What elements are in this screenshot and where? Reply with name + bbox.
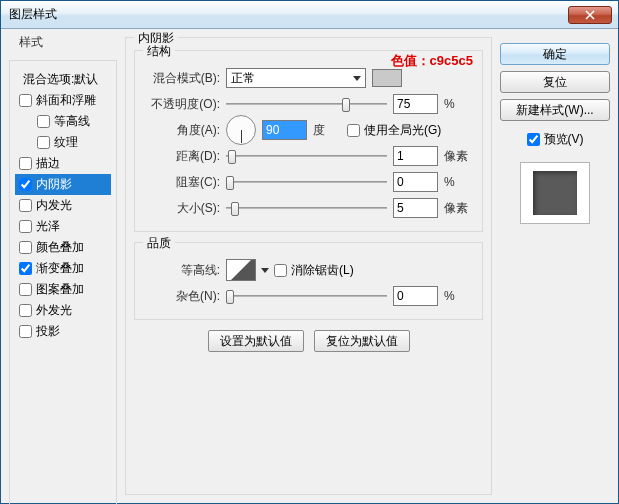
style-checkbox[interactable]	[19, 283, 32, 296]
styles-panel: 混合选项:默认 斜面和浮雕等高线纹理描边内阴影内发光光泽颜色叠加渐变叠加图案叠加…	[9, 60, 117, 504]
styles-heading: 样式	[16, 34, 46, 51]
blend-mode-row: 混合模式(B): 正常	[145, 65, 472, 91]
opacity-label: 不透明度(O):	[145, 96, 220, 113]
contour-row: 等高线: 消除锯齿(L)	[145, 257, 472, 283]
new-style-button[interactable]: 新建样式(W)...	[500, 99, 610, 121]
layer-style-dialog: 图层样式 样式 混合选项:默认 斜面和浮雕等高线纹理描边内阴影内发光光泽颜色叠加…	[0, 0, 619, 504]
make-default-button[interactable]: 设置为默认值	[208, 330, 304, 352]
style-label: 等高线	[54, 113, 90, 130]
style-item-9[interactable]: 图案叠加	[15, 279, 111, 300]
angle-label: 角度(A):	[145, 122, 220, 139]
opacity-input[interactable]	[393, 94, 438, 114]
style-item-5[interactable]: 内发光	[15, 195, 111, 216]
reset-button[interactable]: 复位	[500, 71, 610, 93]
style-checkbox[interactable]	[19, 94, 32, 107]
choke-label: 阻塞(C):	[145, 174, 220, 191]
preview-checkbox[interactable]: 预览(V)	[500, 131, 610, 148]
style-item-2[interactable]: 纹理	[15, 132, 111, 153]
blend-options-label: 混合选项:默认	[19, 71, 98, 88]
blend-mode-value: 正常	[231, 70, 255, 87]
global-light-checkbox[interactable]: 使用全局光(G)	[347, 122, 441, 139]
size-row: 大小(S): 像素	[145, 195, 472, 221]
contour-label: 等高线:	[145, 262, 220, 279]
left-column: 样式 混合选项:默认 斜面和浮雕等高线纹理描边内阴影内发光光泽颜色叠加渐变叠加图…	[9, 37, 117, 495]
noise-row: 杂色(N): %	[145, 283, 472, 309]
distance-slider[interactable]	[226, 147, 387, 165]
size-slider[interactable]	[226, 199, 387, 217]
style-item-8[interactable]: 渐变叠加	[15, 258, 111, 279]
preview-swatch	[533, 171, 577, 215]
style-item-3[interactable]: 描边	[15, 153, 111, 174]
blend-mode-label: 混合模式(B):	[145, 70, 220, 87]
dialog-content: 样式 混合选项:默认 斜面和浮雕等高线纹理描边内阴影内发光光泽颜色叠加渐变叠加图…	[1, 29, 618, 503]
style-label: 纹理	[54, 134, 78, 151]
reset-default-button[interactable]: 复位为默认值	[314, 330, 410, 352]
preview-box	[520, 162, 590, 224]
angle-input[interactable]	[262, 120, 307, 140]
noise-slider[interactable]	[226, 287, 387, 305]
contour-picker[interactable]	[226, 259, 256, 281]
size-label: 大小(S):	[145, 200, 220, 217]
quality-group: 品质 等高线: 消除锯齿(L) 杂色(N):	[134, 242, 483, 320]
angle-dial[interactable]	[226, 115, 256, 145]
style-list: 混合选项:默认 斜面和浮雕等高线纹理描边内阴影内发光光泽颜色叠加渐变叠加图案叠加…	[15, 69, 111, 342]
style-item-10[interactable]: 外发光	[15, 300, 111, 321]
distance-row: 距离(D): 像素	[145, 143, 472, 169]
opacity-slider[interactable]	[226, 95, 387, 113]
structure-heading: 结构	[143, 43, 175, 60]
style-item-11[interactable]: 投影	[15, 321, 111, 342]
titlebar[interactable]: 图层样式	[1, 1, 618, 29]
distance-label: 距离(D):	[145, 148, 220, 165]
global-light-label: 使用全局光(G)	[364, 122, 441, 139]
style-checkbox[interactable]	[37, 115, 50, 128]
style-label: 渐变叠加	[36, 260, 84, 277]
style-item-6[interactable]: 光泽	[15, 216, 111, 237]
noise-input[interactable]	[393, 286, 438, 306]
style-checkbox[interactable]	[19, 157, 32, 170]
style-checkbox[interactable]	[19, 262, 32, 275]
opacity-row: 不透明度(O): %	[145, 91, 472, 117]
noise-unit: %	[444, 289, 472, 303]
style-label: 颜色叠加	[36, 239, 84, 256]
color-swatch[interactable]	[372, 69, 402, 87]
style-label: 内阴影	[36, 176, 72, 193]
style-checkbox[interactable]	[19, 199, 32, 212]
close-button[interactable]	[568, 6, 612, 24]
antialias-input[interactable]	[274, 264, 287, 277]
style-checkbox[interactable]	[19, 325, 32, 338]
style-item-4[interactable]: 内阴影	[15, 174, 111, 195]
quality-heading: 品质	[143, 235, 175, 252]
default-buttons-row: 设置为默认值 复位为默认值	[134, 330, 483, 352]
antialias-checkbox[interactable]: 消除锯齿(L)	[274, 262, 354, 279]
noise-label: 杂色(N):	[145, 288, 220, 305]
global-light-input[interactable]	[347, 124, 360, 137]
choke-slider[interactable]	[226, 173, 387, 191]
style-checkbox[interactable]	[19, 241, 32, 254]
style-label: 投影	[36, 323, 60, 340]
style-item-0[interactable]: 斜面和浮雕	[15, 90, 111, 111]
size-input[interactable]	[393, 198, 438, 218]
distance-input[interactable]	[393, 146, 438, 166]
antialias-label: 消除锯齿(L)	[291, 262, 354, 279]
choke-input[interactable]	[393, 172, 438, 192]
style-item-7[interactable]: 颜色叠加	[15, 237, 111, 258]
style-checkbox[interactable]	[37, 136, 50, 149]
style-checkbox[interactable]	[19, 178, 32, 191]
opacity-unit: %	[444, 97, 472, 111]
style-checkbox[interactable]	[19, 220, 32, 233]
style-item-1[interactable]: 等高线	[15, 111, 111, 132]
preview-label: 预览(V)	[544, 131, 584, 148]
style-label: 光泽	[36, 218, 60, 235]
style-label: 斜面和浮雕	[36, 92, 96, 109]
blend-options-item[interactable]: 混合选项:默认	[15, 69, 111, 90]
blend-mode-combo[interactable]: 正常	[226, 68, 366, 88]
inner-shadow-group: 内阴影 色值：c9c5c5 结构 混合模式(B): 正常 不透明度(O):	[125, 37, 492, 495]
size-unit: 像素	[444, 200, 472, 217]
preview-input[interactable]	[527, 133, 540, 146]
style-label: 描边	[36, 155, 60, 172]
angle-row: 角度(A): 度 使用全局光(G)	[145, 117, 472, 143]
structure-group: 结构 混合模式(B): 正常 不透明度(O): %	[134, 50, 483, 232]
ok-button[interactable]: 确定	[500, 43, 610, 65]
style-checkbox[interactable]	[19, 304, 32, 317]
middle-column: 内阴影 色值：c9c5c5 结构 混合模式(B): 正常 不透明度(O):	[125, 37, 492, 495]
